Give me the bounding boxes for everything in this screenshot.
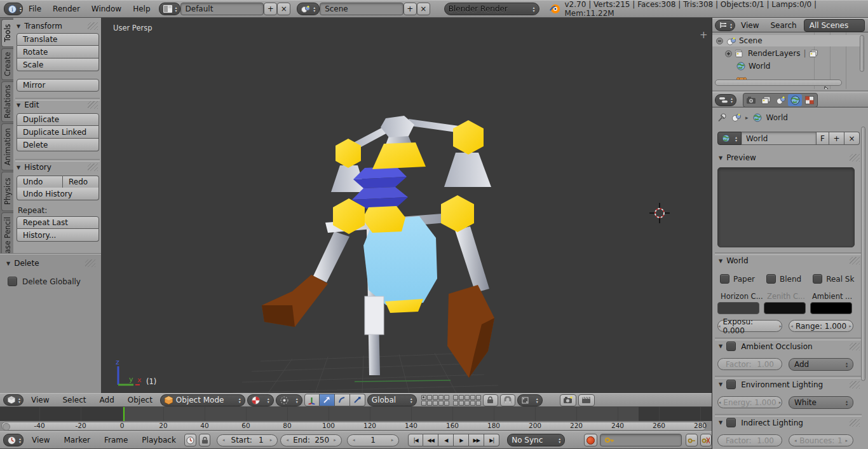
tab-world[interactable]: [788, 94, 802, 106]
editor-type-3dview-button[interactable]: ▴▾: [3, 394, 24, 406]
menu-outliner-view[interactable]: View: [735, 21, 764, 30]
history-menu-button[interactable]: History...: [17, 229, 99, 242]
tab-scene[interactable]: [773, 94, 787, 106]
scene-selector-icon-button[interactable]: ▴▾: [297, 3, 320, 15]
snap-element-dropdown[interactable]: ▴▾: [517, 394, 543, 406]
repeat-last-button[interactable]: Repeat Last: [17, 216, 99, 229]
insert-keyframe-button[interactable]: [686, 434, 697, 446]
scene-name-field[interactable]: Scene: [320, 3, 403, 15]
scene-close-button[interactable]: ×: [417, 3, 430, 15]
mode-dropdown[interactable]: Object Mode ▴▾: [160, 394, 245, 406]
undo-button[interactable]: Undo: [17, 176, 63, 188]
menu-view3d-select[interactable]: Select: [57, 396, 92, 404]
layer-cell[interactable]: [470, 395, 475, 400]
frame-end-slider[interactable]: ◂End:250▸: [280, 434, 342, 446]
layer-cell[interactable]: [433, 401, 438, 406]
panel-drag-widget[interactable]: [850, 419, 860, 427]
layer-cell[interactable]: [465, 401, 470, 406]
panel-drag-widget[interactable]: [850, 257, 860, 265]
panel-drag-widget[interactable]: [850, 381, 860, 389]
current-frame-field[interactable]: ◂1▸: [347, 434, 399, 446]
outliner-vscrollbar[interactable]: [860, 35, 864, 72]
layer-cell[interactable]: [438, 395, 444, 400]
exposure-slider[interactable]: ◂Exposu: 0.000▸: [717, 320, 782, 332]
collapse-minus-icon[interactable]: [716, 38, 723, 45]
panel-header-preview[interactable]: ▼Preview: [719, 153, 860, 162]
current-frame-marker[interactable]: [123, 407, 125, 421]
timeline-ruler[interactable]: -40-200204060801001201401601802002202402…: [0, 421, 712, 431]
menu-view3d-add[interactable]: Add: [94, 396, 120, 404]
indirect-factor-slider[interactable]: Factor:1.00: [717, 434, 782, 446]
jump-to-end-button[interactable]: ▶|: [484, 434, 499, 446]
panel-drag-widget[interactable]: [850, 154, 860, 162]
render-opengl-anim-button[interactable]: [578, 394, 595, 406]
screen-layout-icon-button[interactable]: ▴▾: [159, 3, 180, 15]
render-engine-dropdown[interactable]: Blender Render ▴▾: [444, 3, 539, 15]
layer-cell[interactable]: [459, 401, 464, 406]
shelf-tab-animation[interactable]: Animation: [1, 123, 13, 170]
mirror-button[interactable]: Mirror: [17, 79, 99, 92]
real-sky-checkbox[interactable]: [813, 274, 822, 284]
layer-cell[interactable]: [421, 401, 426, 406]
layer-cell[interactable]: [421, 395, 426, 400]
lock-to-scene-button[interactable]: [483, 394, 498, 406]
fake-user-button[interactable]: F: [817, 132, 829, 145]
undo-history-button[interactable]: Undo History: [17, 188, 99, 200]
keying-set-field[interactable]: [600, 434, 682, 446]
timeline-hscrollbar[interactable]: [1, 422, 707, 431]
menu-window[interactable]: Window: [86, 4, 127, 13]
ambient-occlusion-checkbox[interactable]: [726, 342, 736, 351]
translate-button[interactable]: Translate: [17, 33, 99, 46]
delete-globally-checkbox[interactable]: [8, 277, 17, 286]
panel-header-world[interactable]: ▼World: [719, 256, 860, 265]
frame-start-slider[interactable]: ◂Start:1▸: [217, 434, 278, 446]
shelf-tab-tools[interactable]: Tools: [1, 19, 13, 47]
layer-cell[interactable]: [433, 395, 438, 400]
ambient-color-swatch[interactable]: [810, 302, 852, 314]
sync-dropdown[interactable]: No Sync ▴▾: [507, 434, 565, 446]
menu-outliner-search[interactable]: Search: [764, 21, 802, 30]
shelf-tab-relations[interactable]: Relations: [1, 81, 13, 122]
jump-to-start-button[interactable]: |◀: [408, 434, 423, 446]
layer-cell[interactable]: [465, 395, 470, 400]
menu-timeline-marker[interactable]: Marker: [58, 436, 95, 445]
region-expand-plus[interactable]: +: [700, 29, 708, 41]
editor-type-properties-button[interactable]: ▴▾: [715, 94, 736, 106]
shelf-tab-create[interactable]: Create: [1, 48, 13, 80]
scale-button[interactable]: Scale: [17, 59, 99, 71]
menu-help[interactable]: Help: [127, 4, 156, 13]
layer-cell[interactable]: [427, 401, 432, 406]
horizon-color-swatch[interactable]: [717, 302, 759, 314]
redo-button[interactable]: Redo: [63, 176, 99, 188]
rotate-button[interactable]: Rotate: [17, 46, 99, 59]
outliner-filter-dropdown[interactable]: All Scenes: [804, 19, 865, 32]
screen-layout-name-field[interactable]: Default: [180, 3, 264, 15]
duplicate-button[interactable]: Duplicate: [17, 113, 99, 126]
panel-drag-widget[interactable]: [88, 22, 98, 30]
pin-icon[interactable]: [717, 113, 727, 122]
viewport-3d[interactable]: z y x User Persp (1) +: [102, 18, 712, 393]
menu-view3d-view[interactable]: View: [25, 396, 55, 404]
indirect-lighting-checkbox[interactable]: [726, 418, 736, 427]
transform-orientation-dropdown[interactable]: Global ▴▾: [367, 394, 417, 406]
menu-file[interactable]: File: [23, 4, 47, 13]
outliner-row-scene[interactable]: Scene: [712, 35, 862, 46]
range-slider[interactable]: ◂Range: 1.000▸: [789, 320, 853, 332]
editor-type-info-button[interactable]: i ▴▾: [4, 3, 23, 15]
panel-drag-widget[interactable]: [850, 343, 860, 350]
manipulator-translate-button[interactable]: [320, 394, 335, 406]
panel-header-indirect-lighting[interactable]: ▼ Indirect Lighting: [719, 418, 860, 427]
manipulator-axes-icon-button[interactable]: [304, 394, 320, 406]
panel-header-transform[interactable]: ▼Transform: [17, 22, 98, 31]
manipulator-rotate-button[interactable]: [335, 394, 350, 406]
viewport-shading-dropdown[interactable]: ▴▾: [247, 394, 274, 406]
env-energy-slider[interactable]: ◂Energy: 1.000▸: [717, 396, 782, 408]
duplicate-linked-button[interactable]: Duplicate Linked: [17, 126, 99, 139]
layer-cell[interactable]: [476, 395, 481, 400]
lock-time-button[interactable]: [199, 434, 210, 446]
delete-keyframe-button[interactable]: [700, 434, 712, 446]
snap-toggle-button[interactable]: [500, 394, 515, 406]
layer-cell[interactable]: [453, 401, 458, 406]
layer-cell[interactable]: [444, 401, 449, 406]
next-keyframe-button[interactable]: ▶▶: [469, 434, 484, 446]
